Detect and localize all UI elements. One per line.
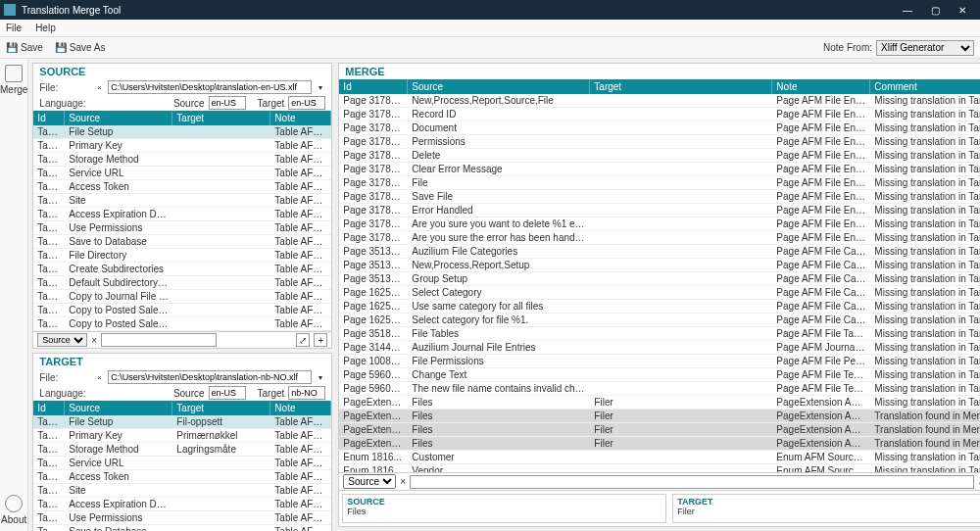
menu-help[interactable]: Help xyxy=(35,23,56,33)
save-button[interactable]: 💾 Save xyxy=(6,42,43,54)
table-row[interactable]: Page 31786...PermissionsPage AFM File En… xyxy=(339,135,980,149)
merge-panel: MERGE Id Source Target Note Comment Page… xyxy=(338,63,980,527)
table-row[interactable]: Page 35132...New,Process,Report,SetupPag… xyxy=(339,259,980,272)
merge-filter-field[interactable]: Source xyxy=(343,474,396,489)
table-row[interactable]: Page 31786...DeletePage AFM File Entries… xyxy=(339,149,980,163)
table-row[interactable]: Page 16257...Select CategoryPage AFM Fil… xyxy=(339,286,980,300)
window-title: Translation Merge Tool xyxy=(22,5,121,16)
table-row[interactable]: Tabl...Storage MethodLagringsmåteTable A… xyxy=(33,443,331,457)
table-row[interactable]: Tabl...Copy to Posted Sales InvoiceTable… xyxy=(33,317,331,331)
merge-grid[interactable]: Id Source Target Note Comment Page 31786… xyxy=(339,79,980,472)
table-row[interactable]: Tabl...SiteTable AFM File S... xyxy=(33,194,331,208)
table-row[interactable]: Page 10087...File PermissionsPage AFM Fi… xyxy=(339,355,980,368)
note-from-label: Note From: xyxy=(823,42,872,53)
table-row[interactable]: PageExtens...FilesFilerPageExtension AFM… xyxy=(339,396,980,410)
table-row[interactable]: Tabl...Create SubdirectoriesTable AFM Fi… xyxy=(33,263,331,276)
table-row[interactable]: Tabl...File SetupTable AFM File S... xyxy=(33,125,331,139)
merge-filter-input[interactable] xyxy=(410,475,974,489)
source-filter-clear[interactable]: × xyxy=(91,335,97,346)
source-expand-icon[interactable]: ⤢ xyxy=(296,333,310,347)
detail-source-value: Files xyxy=(347,507,662,516)
table-row[interactable]: Tabl...Primary KeyPrimærnøkkelTable AFM … xyxy=(33,429,331,443)
table-row[interactable]: Page 31786...DocumentPage AFM File Entri… xyxy=(339,121,980,135)
target-tgt-lang[interactable] xyxy=(288,386,325,400)
table-row[interactable]: Page 31786...FilePage AFM File Entries -… xyxy=(339,176,980,190)
sidebar-item-merge[interactable]: Merge xyxy=(0,65,27,95)
source-grid[interactable]: Id Source Target Note Tabl...File SetupT… xyxy=(33,111,331,331)
save-as-icon: 💾 xyxy=(55,42,67,54)
table-row[interactable]: Page 31786...Are you sure the error has … xyxy=(339,231,980,245)
table-row[interactable]: Tabl...Save to DatabaseTable AFM File S.… xyxy=(33,235,331,249)
detail-target-title: TARGET xyxy=(677,497,980,507)
table-row[interactable]: Tabl...Use PermissionsTable AFM File S..… xyxy=(33,511,331,525)
table-row[interactable]: Tabl...Access Expiration Date/TimeTable … xyxy=(33,498,331,511)
table-row[interactable]: Tabl...File SetupFil-oppsettTable AFM Fi… xyxy=(33,415,331,429)
target-lang-label: Language: xyxy=(39,388,90,399)
table-row[interactable]: Page 16257...Select category for file %1… xyxy=(339,314,980,327)
clear-target-file-icon[interactable]: × xyxy=(94,372,104,382)
close-button[interactable]: ✕ xyxy=(949,0,976,20)
table-row[interactable]: PageExtens...FilesFilerPageExtension AFM… xyxy=(339,410,980,423)
menu-file[interactable]: File xyxy=(6,23,22,33)
table-row[interactable]: Tabl...Copy to Journal File EntriesTable… xyxy=(33,290,331,304)
table-row[interactable]: Enum 1816...VendorEnum AFM Source Type -… xyxy=(339,464,980,472)
detail-target-value: Filer xyxy=(677,507,980,516)
source-file-dropdown-icon[interactable]: ▾ xyxy=(316,82,325,92)
table-row[interactable]: Page 31786...Error HandledPage AFM File … xyxy=(339,204,980,217)
table-row[interactable]: Page 16257...Use same category for all f… xyxy=(339,300,980,314)
save-as-button[interactable]: 💾 Save As xyxy=(55,42,106,54)
maximize-button[interactable]: ▢ xyxy=(921,0,949,20)
merge-grid-header: Id Source Target Note Comment xyxy=(339,79,980,94)
minimize-button[interactable]: — xyxy=(894,0,921,20)
source-tgt-lang[interactable] xyxy=(288,96,325,110)
merge-detail: SOURCE Files TARGET Filer xyxy=(339,490,980,526)
source-filter-input[interactable] xyxy=(101,333,217,347)
table-row[interactable]: Tabl...Save to DatabaseTable AFM File S.… xyxy=(33,525,331,531)
clear-source-file-icon[interactable]: × xyxy=(94,82,104,92)
target-grid[interactable]: Id Source Target Note Tabl...File SetupF… xyxy=(33,401,331,531)
table-row[interactable]: Page 31786...New,Process,Report,Source,F… xyxy=(339,94,980,108)
table-row[interactable]: Page 31786...Are you sure you want to de… xyxy=(339,217,980,231)
source-filter-field[interactable]: Source xyxy=(37,333,87,347)
table-row[interactable]: Page 31786...Clear Error MessagePage AFM… xyxy=(339,163,980,176)
table-row[interactable]: Page 31445...Auzilium Journal File Entri… xyxy=(339,341,980,355)
target-file-dropdown-icon[interactable]: ▾ xyxy=(316,372,325,382)
source-grid-header: Id Source Target Note xyxy=(33,111,331,125)
note-from-select[interactable]: Xliff Generator xyxy=(876,40,974,56)
table-row[interactable]: Tabl...Service URLTable AFM File S... xyxy=(33,167,331,180)
table-row[interactable]: PageExtens...FilesFilerPageExtension AFM… xyxy=(339,437,980,451)
table-row[interactable]: Page 31786...Record IDPage AFM File Entr… xyxy=(339,108,980,121)
table-row[interactable]: Tabl...Primary KeyTable AFM File S... xyxy=(33,139,331,153)
table-row[interactable]: Page 31786...Save FilePage AFM File Entr… xyxy=(339,190,980,204)
table-row[interactable]: Page 59608...Change TextPage AFM File Te… xyxy=(339,368,980,382)
table-row[interactable]: Tabl...Access TokenTable AFM File S... xyxy=(33,180,331,194)
detail-target-box: TARGET Filer xyxy=(672,494,980,523)
detail-source-title: SOURCE xyxy=(347,497,662,507)
source-src-lang[interactable] xyxy=(209,96,246,110)
merge-filter-clear[interactable]: × xyxy=(400,476,406,487)
table-row[interactable]: Tabl...Storage MethodTable AFM File S... xyxy=(33,153,331,167)
table-row[interactable]: Tabl...File DirectoryTable AFM File S... xyxy=(33,249,331,263)
table-row[interactable]: Tabl...Use PermissionsTable AFM File S..… xyxy=(33,221,331,235)
table-row[interactable]: Tabl...SiteTable AFM File S... xyxy=(33,484,331,498)
detail-source-box: SOURCE Files xyxy=(342,494,666,523)
table-row[interactable]: Tabl...Copy to Posted Sales ShipmentTabl… xyxy=(33,304,331,317)
sidebar-item-about[interactable]: About xyxy=(1,495,26,525)
target-src-lang[interactable] xyxy=(209,386,246,400)
table-row[interactable]: PageExtens...FilesFilerPageExtension AFM… xyxy=(339,423,980,437)
table-row[interactable]: Tabl...Service URLTable AFM File S... xyxy=(33,457,331,470)
table-row[interactable]: Enum 1816...CustomerEnum AFM Source Type… xyxy=(339,451,980,464)
table-row[interactable]: Page 35188...File TablesPage AFM File Ta… xyxy=(339,327,980,341)
target-file-input[interactable] xyxy=(108,370,312,384)
source-file-input[interactable] xyxy=(108,80,312,94)
table-row[interactable]: Page 35132...Auzilium File CategoriesPag… xyxy=(339,245,980,259)
table-row[interactable]: Tabl...Access Expiration Date/TimeTable … xyxy=(33,208,331,221)
source-add-icon[interactable]: + xyxy=(314,333,327,347)
target-src-label: Source xyxy=(173,388,205,399)
table-row[interactable]: Page 35132...Group SetupPage AFM File Ca… xyxy=(339,272,980,286)
merge-grid-footer: Source × ⤢ + xyxy=(339,472,980,490)
table-row[interactable]: Tabl...Access TokenTable AFM File S... xyxy=(33,470,331,484)
table-row[interactable]: Page 59608...The new file name contains … xyxy=(339,382,980,396)
save-icon: 💾 xyxy=(6,42,18,54)
table-row[interactable]: Tabl...Default Subdirectory NameTable AF… xyxy=(33,276,331,290)
